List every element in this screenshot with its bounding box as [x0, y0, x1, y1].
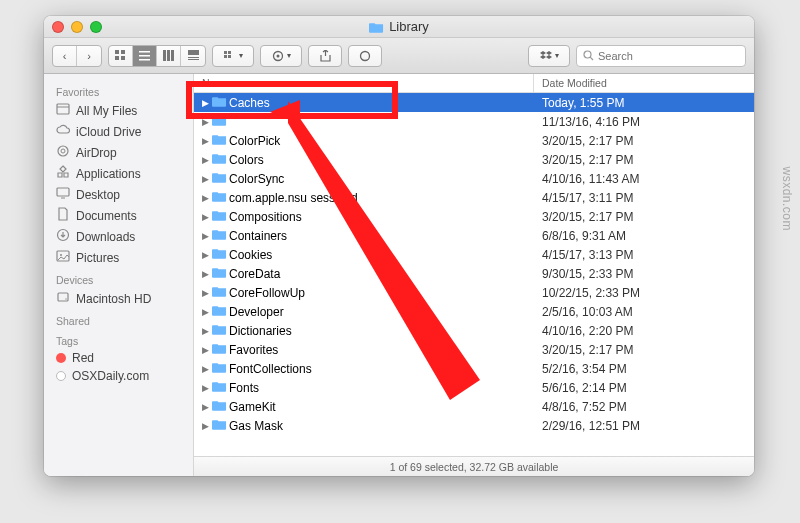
sidebar-item-airdrop[interactable]: AirDrop — [44, 142, 193, 163]
disclosure-triangle[interactable]: ▶ — [200, 117, 210, 127]
file-list[interactable]: ▶CachesToday, 1:55 PM▶11/13/16, 4:16 PM▶… — [194, 93, 754, 456]
sidebar-item-macintosh-hd[interactable]: Macintosh HD — [44, 288, 193, 309]
disclosure-triangle[interactable]: ▶ — [200, 98, 210, 108]
disclosure-triangle[interactable]: ▶ — [200, 231, 210, 241]
nav-back-forward[interactable]: ‹ › — [52, 45, 102, 67]
zoom-button[interactable] — [90, 21, 102, 33]
folder-icon — [212, 190, 227, 205]
forward-button[interactable]: › — [77, 46, 101, 66]
file-row[interactable]: ▶com.apple.nsu sessiond4/15/17, 3:11 PM — [194, 188, 754, 207]
file-modified: 4/8/16, 7:52 PM — [534, 400, 754, 414]
titlebar: Library — [44, 16, 754, 38]
column-name[interactable]: Name — [194, 74, 534, 92]
column-modified[interactable]: Date Modified — [534, 74, 754, 92]
sidebar-item-all-my-files[interactable]: All My Files — [44, 100, 193, 121]
disk-icon — [56, 290, 70, 307]
disclosure-triangle[interactable]: ▶ — [200, 288, 210, 298]
sidebar-item-label: Downloads — [76, 230, 135, 244]
file-row[interactable]: ▶Containers6/8/16, 9:31 AM — [194, 226, 754, 245]
disclosure-triangle[interactable]: ▶ — [200, 345, 210, 355]
file-row[interactable]: ▶CoreFollowUp10/22/15, 2:33 PM — [194, 283, 754, 302]
disclosure-triangle[interactable]: ▶ — [200, 155, 210, 165]
disclosure-triangle[interactable]: ▶ — [200, 326, 210, 336]
folder-icon — [212, 209, 227, 224]
disclosure-triangle[interactable]: ▶ — [200, 364, 210, 374]
arrange-icon — [224, 51, 236, 61]
sidebar-item-pictures[interactable]: Pictures — [44, 247, 193, 268]
disclosure-triangle[interactable]: ▶ — [200, 402, 210, 412]
search-input[interactable] — [598, 50, 739, 62]
file-row[interactable]: ▶Developer2/5/16, 10:03 AM — [194, 302, 754, 321]
sidebar-section-tags: Tags — [44, 329, 193, 349]
view-list-button[interactable] — [133, 46, 157, 66]
view-switcher[interactable] — [108, 45, 206, 67]
disclosure-triangle[interactable]: ▶ — [200, 136, 210, 146]
file-modified: 3/20/15, 2:17 PM — [534, 343, 754, 357]
folder-icon — [212, 399, 227, 414]
svg-point-24 — [58, 146, 68, 156]
disclosure-triangle[interactable]: ▶ — [200, 269, 210, 279]
file-row[interactable]: ▶ColorSync4/10/16, 11:43 AM — [194, 169, 754, 188]
file-name: ColorSync — [229, 172, 284, 186]
sidebar-item-documents[interactable]: Documents — [44, 205, 193, 226]
file-row[interactable]: ▶Colors3/20/15, 2:17 PM — [194, 150, 754, 169]
file-row[interactable]: ▶Cookies4/15/17, 3:13 PM — [194, 245, 754, 264]
sidebar-item-desktop[interactable]: Desktop — [44, 184, 193, 205]
disclosure-triangle[interactable]: ▶ — [200, 307, 210, 317]
file-modified: 11/13/16, 4:16 PM — [534, 115, 754, 129]
disclosure-triangle[interactable]: ▶ — [200, 174, 210, 184]
file-row[interactable]: ▶Fonts5/6/16, 2:14 PM — [194, 378, 754, 397]
svg-rect-22 — [57, 104, 69, 114]
svg-point-19 — [361, 51, 370, 60]
cloud-icon — [56, 123, 70, 140]
arrange-button[interactable]: ▾ — [212, 45, 254, 67]
sidebar-item-applications[interactable]: Applications — [44, 163, 193, 184]
sidebar-item-osxdaily-com[interactable]: OSXDaily.com — [44, 367, 193, 385]
disclosure-triangle[interactable]: ▶ — [200, 212, 210, 222]
view-icons-button[interactable] — [109, 46, 133, 66]
svg-rect-6 — [139, 59, 150, 61]
action-button[interactable]: ▾ — [260, 45, 302, 67]
sidebar-item-red[interactable]: Red — [44, 349, 193, 367]
file-row[interactable]: ▶Favorites3/20/15, 2:17 PM — [194, 340, 754, 359]
file-modified: 3/20/15, 2:17 PM — [534, 134, 754, 148]
folder-icon — [212, 171, 227, 186]
column-headers[interactable]: Name Date Modified — [194, 74, 754, 93]
disclosure-triangle[interactable]: ▶ — [200, 421, 210, 431]
search-field[interactable] — [576, 45, 746, 67]
share-button[interactable] — [308, 45, 342, 67]
sidebar-item-label: Pictures — [76, 251, 119, 265]
file-row[interactable]: ▶ColorPick3/20/15, 2:17 PM — [194, 131, 754, 150]
back-button[interactable]: ‹ — [53, 46, 77, 66]
share-icon — [320, 50, 331, 62]
sidebar-item-label: Red — [72, 351, 94, 365]
file-row[interactable]: ▶GameKit4/8/16, 7:52 PM — [194, 397, 754, 416]
view-coverflow-button[interactable] — [181, 46, 205, 66]
file-row[interactable]: ▶FontCollections5/2/16, 3:54 PM — [194, 359, 754, 378]
sidebar-item-icloud-drive[interactable]: iCloud Drive — [44, 121, 193, 142]
dropbox-button[interactable]: ▾ — [528, 45, 570, 67]
sidebar-item-downloads[interactable]: Downloads — [44, 226, 193, 247]
disclosure-triangle[interactable]: ▶ — [200, 250, 210, 260]
file-row[interactable]: ▶CoreData9/30/15, 2:33 PM — [194, 264, 754, 283]
sidebar-item-label: Documents — [76, 209, 137, 223]
folder-icon — [212, 361, 227, 376]
close-button[interactable] — [52, 21, 64, 33]
folder-icon — [212, 247, 227, 262]
file-row[interactable]: ▶Compositions3/20/15, 2:17 PM — [194, 207, 754, 226]
file-row[interactable]: ▶Dictionaries4/10/16, 2:20 PM — [194, 321, 754, 340]
svg-rect-9 — [171, 50, 174, 61]
file-row[interactable]: ▶CachesToday, 1:55 PM — [194, 93, 754, 112]
file-row[interactable]: ▶11/13/16, 4:16 PM — [194, 112, 754, 131]
view-columns-button[interactable] — [157, 46, 181, 66]
tags-button[interactable] — [348, 45, 382, 67]
disclosure-triangle[interactable]: ▶ — [200, 193, 210, 203]
file-row[interactable]: ▶Gas Mask2/29/16, 12:51 PM — [194, 416, 754, 435]
disclosure-triangle[interactable]: ▶ — [200, 383, 210, 393]
folder-icon — [212, 114, 227, 129]
minimize-button[interactable] — [71, 21, 83, 33]
file-name: CoreData — [229, 267, 280, 281]
svg-rect-5 — [139, 55, 150, 57]
svg-point-20 — [584, 51, 591, 58]
sidebar-section-favorites: Favorites — [44, 80, 193, 100]
